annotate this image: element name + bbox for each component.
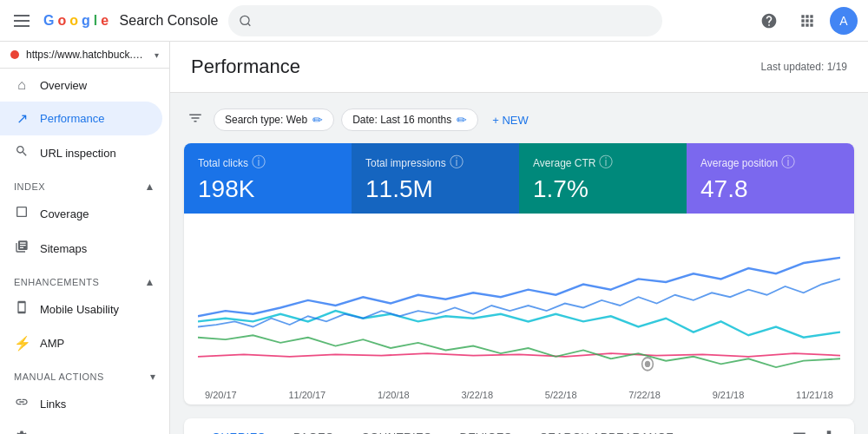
enhancements-section-header: Enhancements ▲ bbox=[0, 266, 169, 292]
sidebar-label-url-inspection: URL inspection bbox=[40, 147, 116, 160]
sidebar-label-amp: AMP bbox=[40, 337, 64, 350]
content-area: Search type: Web ✏ Date: Last 16 months … bbox=[170, 93, 868, 434]
tab-devices[interactable]: DEVICES bbox=[445, 418, 526, 434]
hamburger-menu[interactable] bbox=[10, 11, 33, 30]
tab-countries[interactable]: COUNTRIES bbox=[347, 418, 445, 434]
manual-actions-collapse-toggle[interactable]: ▾ bbox=[150, 371, 156, 383]
position-label: Average position bbox=[700, 157, 778, 169]
performance-icon: ↗ bbox=[14, 110, 30, 127]
mobile-icon bbox=[14, 300, 30, 318]
logo: Google Search Console bbox=[43, 13, 218, 29]
main-content: Performance Last updated: 1/19 Search ty… bbox=[170, 42, 868, 434]
date-range-chip-label: Date: Last 16 months bbox=[352, 114, 451, 126]
clicks-value: 198K bbox=[198, 175, 338, 203]
ctr-info-icon[interactable]: ⓘ bbox=[599, 154, 613, 172]
x-label-3: 3/22/18 bbox=[461, 390, 493, 400]
sidebar-item-links[interactable]: Links bbox=[0, 386, 162, 421]
x-label-0: 9/20/17 bbox=[205, 390, 237, 400]
apps-button[interactable] bbox=[792, 5, 823, 36]
x-label-2: 1/20/18 bbox=[378, 390, 410, 400]
sidebar-label-coverage: Coverage bbox=[40, 207, 89, 220]
help-icon bbox=[760, 12, 778, 30]
tab-search-appearance[interactable]: SEARCH APPEARANCE bbox=[526, 418, 687, 434]
filter-rows-icon bbox=[792, 429, 807, 434]
filter-rows-button[interactable] bbox=[788, 425, 811, 434]
manual-actions-section-label: Manual actions bbox=[14, 372, 104, 382]
impressions-info-icon[interactable]: ⓘ bbox=[450, 154, 464, 172]
search-bar[interactable] bbox=[228, 5, 662, 36]
sidebar-item-url-inspection[interactable]: URL inspection bbox=[0, 135, 162, 170]
chart-area[interactable]: 9/20/17 11/20/17 1/20/18 3/22/18 5/22/18… bbox=[184, 214, 854, 404]
metric-position: Average position ⓘ 47.8 bbox=[687, 143, 854, 214]
coverage-icon bbox=[14, 205, 30, 222]
avatar[interactable]: A bbox=[830, 7, 858, 35]
sidebar-label-mobile-usability: Mobile Usability bbox=[40, 303, 119, 316]
site-url: https://www.hatchbuck.com/ bbox=[26, 49, 148, 61]
sitemaps-icon bbox=[14, 240, 30, 257]
sidebar-label-performance: Performance bbox=[40, 112, 104, 125]
sidebar-item-sitemaps[interactable]: Sitemaps bbox=[0, 231, 162, 266]
enhancements-collapse-toggle[interactable]: ▲ bbox=[145, 276, 155, 288]
filter-button[interactable] bbox=[184, 107, 207, 133]
amp-icon: ⚡ bbox=[14, 335, 30, 352]
date-range-chip[interactable]: Date: Last 16 months ✏ bbox=[341, 108, 478, 131]
sidebar-item-amp[interactable]: ⚡ AMP bbox=[0, 326, 162, 360]
date-range-edit-icon: ✏ bbox=[457, 113, 467, 127]
sidebar: https://www.hatchbuck.com/ ▾ ⌂ Overview … bbox=[0, 42, 170, 434]
main-header: Performance Last updated: 1/19 bbox=[170, 42, 868, 93]
download-button[interactable] bbox=[818, 425, 840, 434]
metric-ctr: Average CTR ⓘ 1.7% bbox=[519, 143, 687, 214]
index-collapse-toggle[interactable]: ▲ bbox=[145, 181, 155, 193]
impressions-label: Total impressions bbox=[365, 157, 446, 169]
last-updated: Last updated: 1/19 bbox=[761, 61, 847, 73]
sidebar-item-overview[interactable]: ⌂ Overview bbox=[0, 69, 162, 102]
ctr-label: Average CTR bbox=[533, 157, 595, 169]
chart-container: Total clicks ⓘ 198K Total impressions ⓘ … bbox=[184, 143, 854, 404]
site-status-dot bbox=[10, 50, 19, 59]
tab-queries[interactable]: QUERIES bbox=[198, 418, 279, 434]
svg-line-1 bbox=[248, 23, 251, 25]
x-label-7: 11/21/18 bbox=[796, 390, 833, 400]
clicks-label: Total clicks bbox=[198, 157, 248, 169]
sidebar-item-coverage[interactable]: Coverage bbox=[0, 196, 162, 231]
search-type-chip-label: Search type: Web bbox=[225, 114, 307, 126]
download-icon bbox=[821, 429, 837, 434]
url-inspect-input[interactable] bbox=[260, 14, 653, 27]
metrics-row: Total clicks ⓘ 198K Total impressions ⓘ … bbox=[184, 143, 854, 214]
tab-pages[interactable]: PAGES bbox=[279, 418, 347, 434]
home-icon: ⌂ bbox=[14, 77, 30, 93]
x-label-5: 7/22/18 bbox=[628, 390, 661, 400]
top-nav: Google Search Console A bbox=[0, 0, 868, 42]
manual-actions-section-header: Manual actions ▾ bbox=[0, 360, 169, 386]
svg-point-3 bbox=[645, 361, 650, 367]
site-selector[interactable]: https://www.hatchbuck.com/ ▾ bbox=[0, 42, 169, 69]
metric-clicks: Total clicks ⓘ 198K bbox=[184, 143, 352, 214]
x-axis-labels: 9/20/17 11/20/17 1/20/18 3/22/18 5/22/18… bbox=[198, 390, 840, 400]
position-info-icon[interactable]: ⓘ bbox=[781, 154, 795, 172]
sidebar-item-settings[interactable]: Settings bbox=[0, 421, 162, 434]
links-icon bbox=[14, 395, 30, 412]
impressions-value: 11.5M bbox=[365, 175, 505, 203]
chevron-down-icon: ▾ bbox=[155, 50, 159, 60]
help-button[interactable] bbox=[753, 5, 785, 36]
sidebar-label-links: Links bbox=[40, 398, 66, 411]
clicks-info-icon[interactable]: ⓘ bbox=[252, 154, 266, 172]
tabs-actions bbox=[788, 418, 840, 434]
sidebar-item-performance[interactable]: ↗ Performance bbox=[0, 102, 162, 135]
sidebar-label-sitemaps: Sitemaps bbox=[40, 242, 87, 255]
enhancements-section-label: Enhancements bbox=[14, 277, 99, 287]
nav-icons: A bbox=[753, 5, 858, 36]
add-new-button[interactable]: + NEW bbox=[485, 110, 536, 130]
index-section-label: Index bbox=[14, 181, 45, 192]
add-new-label: + NEW bbox=[492, 114, 529, 127]
tabs-section: QUERIES PAGES COUNTRIES DEVICES SEARCH A… bbox=[184, 418, 854, 434]
svg-point-0 bbox=[240, 16, 249, 24]
performance-chart bbox=[198, 220, 840, 391]
metric-impressions: Total impressions ⓘ 11.5M bbox=[352, 143, 519, 214]
toolbar: Search type: Web ✏ Date: Last 16 months … bbox=[184, 107, 854, 133]
settings-icon bbox=[14, 430, 30, 434]
search-type-chip[interactable]: Search type: Web ✏ bbox=[214, 108, 334, 131]
sidebar-item-mobile-usability[interactable]: Mobile Usability bbox=[0, 292, 162, 326]
tabs-header: QUERIES PAGES COUNTRIES DEVICES SEARCH A… bbox=[184, 418, 854, 434]
x-label-1: 11/20/17 bbox=[288, 390, 326, 400]
